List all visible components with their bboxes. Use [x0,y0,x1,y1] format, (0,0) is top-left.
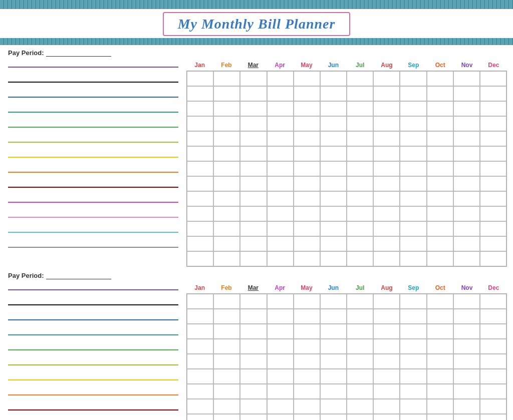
grid-cell[interactable] [240,116,267,131]
grid-cell[interactable] [187,414,213,420]
grid-cell[interactable] [320,339,347,354]
grid-cell[interactable] [187,354,213,369]
grid-cell[interactable] [427,399,453,414]
grid-cell[interactable] [453,236,480,251]
grid-cell[interactable] [373,251,400,266]
grid-cell[interactable] [427,176,453,191]
grid-cell[interactable] [480,236,506,251]
grid-cell[interactable] [294,176,320,191]
grid-cell[interactable] [320,324,347,339]
grid-cell[interactable] [480,354,506,369]
grid-cell[interactable] [480,309,506,324]
grid-cell[interactable] [240,71,267,86]
grid-cell[interactable] [187,369,213,384]
grid-cell[interactable] [453,369,480,384]
grid-cell[interactable] [294,369,320,384]
grid-cell[interactable] [320,191,347,206]
grid-cell[interactable] [373,339,400,354]
grid-cell[interactable] [267,101,294,116]
grid-cell[interactable] [187,176,213,191]
grid-cell[interactable] [427,131,453,146]
grid-cell[interactable] [347,146,373,161]
grid-cell[interactable] [427,161,453,176]
grid-cell[interactable] [373,176,400,191]
grid-cell[interactable] [453,146,480,161]
grid-cell[interactable] [213,191,240,206]
grid-cell[interactable] [373,161,400,176]
grid-cell[interactable] [373,309,400,324]
grid-cell[interactable] [213,324,240,339]
grid-cell[interactable] [453,131,480,146]
grid-cell[interactable] [240,86,267,101]
grid-cell[interactable] [480,86,506,101]
grid-cell[interactable] [240,236,267,251]
grid-cell[interactable] [294,309,320,324]
grid-cell[interactable] [453,161,480,176]
grid-body-2[interactable] [186,293,507,420]
grid-cell[interactable] [267,251,294,266]
grid-cell[interactable] [427,324,453,339]
grid-cell[interactable] [187,101,213,116]
grid-cell[interactable] [294,339,320,354]
grid-cell[interactable] [453,101,480,116]
grid-cell[interactable] [240,101,267,116]
grid-cell[interactable] [240,146,267,161]
grid-cell[interactable] [213,354,240,369]
grid-cell[interactable] [453,384,480,399]
grid-cell[interactable] [187,251,213,266]
grid-cell[interactable] [347,116,373,131]
grid-cell[interactable] [480,251,506,266]
grid-cell[interactable] [373,221,400,236]
grid-cell[interactable] [213,146,240,161]
grid-cell[interactable] [480,399,506,414]
grid-cell[interactable] [320,176,347,191]
grid-cell[interactable] [267,309,294,324]
grid-cell[interactable] [267,146,294,161]
grid-cell[interactable] [187,294,213,309]
grid-cell[interactable] [400,86,426,101]
grid-cell[interactable] [187,339,213,354]
grid-cell[interactable] [373,206,400,221]
grid-cell[interactable] [373,101,400,116]
grid-cell[interactable] [347,191,373,206]
grid-cell[interactable] [294,116,320,131]
grid-body-1[interactable] [186,71,507,267]
grid-cell[interactable] [400,161,426,176]
grid-cell[interactable] [453,71,480,86]
grid-cell[interactable] [373,116,400,131]
grid-cell[interactable] [400,384,426,399]
grid-cell[interactable] [347,101,373,116]
grid-cell[interactable] [294,354,320,369]
grid-cell[interactable] [213,236,240,251]
grid-cell[interactable] [480,339,506,354]
grid-cell[interactable] [480,414,506,420]
grid-cell[interactable] [400,309,426,324]
grid-cell[interactable] [347,399,373,414]
grid-cell[interactable] [240,294,267,309]
grid-cell[interactable] [427,339,453,354]
grid-cell[interactable] [480,206,506,221]
grid-cell[interactable] [213,294,240,309]
grid-cell[interactable] [427,221,453,236]
grid-cell[interactable] [453,86,480,101]
grid-cell[interactable] [267,161,294,176]
grid-cell[interactable] [453,354,480,369]
grid-cell[interactable] [347,309,373,324]
grid-cell[interactable] [480,324,506,339]
grid-cell[interactable] [187,384,213,399]
grid-cell[interactable] [400,324,426,339]
grid-cell[interactable] [187,146,213,161]
grid-cell[interactable] [347,206,373,221]
grid-cell[interactable] [213,116,240,131]
grid-cell[interactable] [400,354,426,369]
grid-cell[interactable] [187,131,213,146]
grid-cell[interactable] [373,86,400,101]
grid-cell[interactable] [187,309,213,324]
grid-cell[interactable] [267,191,294,206]
grid-cell[interactable] [320,161,347,176]
grid-cell[interactable] [294,131,320,146]
grid-cell[interactable] [347,354,373,369]
grid-cell[interactable] [320,236,347,251]
grid-cell[interactable] [453,251,480,266]
grid-cell[interactable] [373,294,400,309]
